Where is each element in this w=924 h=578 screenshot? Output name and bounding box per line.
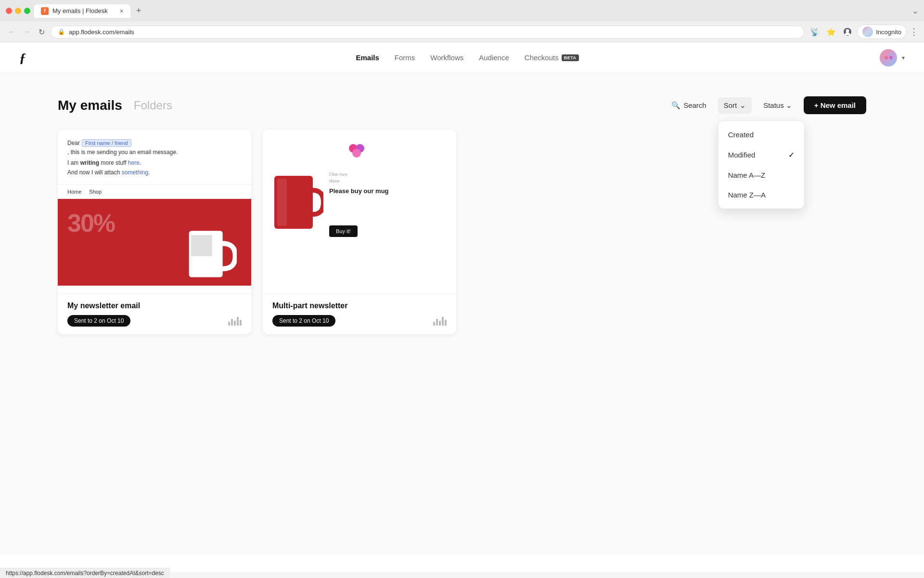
nav-item-checkouts[interactable]: Checkouts BETA	[525, 53, 579, 62]
status-label: Status	[763, 101, 784, 109]
card2-status-row: Sent to 2 on Oct 10	[272, 315, 447, 327]
header-actions: 🔍 Search Sort ⌄ Created Mo	[666, 96, 866, 114]
card2-product-section: One two three Please buy our mug Buy it!	[263, 167, 456, 241]
maximize-window-dot[interactable]	[24, 8, 30, 14]
card2-stats-icon	[433, 316, 447, 326]
minimize-window-dot[interactable]	[15, 8, 21, 14]
sort-dropdown: Created Modified ✓ Name A—Z Name Z—A	[718, 120, 805, 209]
search-icon: 🔍	[671, 101, 680, 110]
browser-status: https://app.flodesk.com/emails?orderBy=c…	[0, 568, 170, 578]
cast-icon[interactable]: 📡	[808, 25, 821, 39]
sort-button[interactable]: Sort ⌄	[718, 97, 752, 114]
sort-option-created[interactable]: Created	[719, 125, 804, 144]
nav-item-audience[interactable]: Audience	[479, 53, 509, 62]
user-menu-chevron: ▾	[902, 54, 905, 61]
card2-mug-container	[270, 171, 323, 234]
forward-button[interactable]: →	[21, 26, 33, 38]
card1-footer: My newsletter email Sent to 2 on Oct 10	[58, 293, 251, 334]
svg-point-1	[846, 29, 849, 33]
lock-icon: 🔒	[58, 28, 65, 35]
card2-sent-badge: Sent to 2 on Oct 10	[272, 315, 335, 327]
nav-item-workflows[interactable]: Workflows	[430, 53, 463, 62]
search-button[interactable]: 🔍 Search	[666, 97, 712, 114]
search-label: Search	[683, 101, 706, 109]
main-content: My emails Folders 🔍 Search Sort ⌄	[0, 73, 924, 555]
card1-mug-svg	[179, 218, 237, 286]
tab-title: My emails | Flodesk	[52, 7, 108, 14]
browser-actions: 📡 ⭐ Incognito ⋮	[808, 25, 918, 39]
card1-salutation: Dear First name / friend , this is me se…	[67, 139, 242, 156]
address-bar[interactable]: 🔒 app.flodesk.com/emails	[51, 26, 804, 39]
card2-mug-svg	[270, 171, 323, 234]
sort-label: Sort	[724, 101, 737, 109]
back-button[interactable]: ←	[6, 26, 17, 38]
browser-titlebar: f My emails | Flodesk × + ⌄	[0, 0, 924, 22]
page-title: My emails	[58, 98, 122, 113]
buy-button[interactable]: Buy it!	[329, 225, 358, 237]
app-wrapper: ƒ Emails Forms Workflows Audience Checko…	[0, 42, 924, 572]
svg-rect-3	[191, 235, 212, 256]
card1-body: I am writing more stuff here.	[67, 159, 242, 166]
email-card-1[interactable]: Dear First name / friend , this is me se…	[58, 130, 251, 334]
folders-link[interactable]: Folders	[134, 99, 172, 112]
tab-favicon: f	[41, 7, 49, 15]
card1-image-section: 30%	[58, 199, 251, 286]
expand-icon: ⌄	[912, 6, 918, 15]
incognito-label: Incognito	[876, 28, 901, 36]
status-button[interactable]: Status ⌄	[757, 97, 798, 114]
card1-status-row: Sent to 2 on Oct 10	[67, 315, 242, 327]
browser-dots	[6, 8, 30, 14]
address-text: app.flodesk.com/emails	[69, 28, 134, 36]
card2-product-text: One two three Please buy our mug Buy it!	[329, 171, 449, 237]
sort-check-icon: ✓	[788, 150, 795, 159]
status-chevron-icon: ⌄	[786, 101, 792, 110]
sort-option-name-za[interactable]: Name Z—A	[719, 185, 804, 205]
card2-title: Multi-part newsletter	[272, 302, 447, 310]
app-nav: Emails Forms Workflows Audience Checkout…	[55, 53, 880, 62]
sort-option-modified[interactable]: Modified ✓	[719, 144, 804, 165]
page-title-section: My emails Folders	[58, 98, 172, 113]
card2-footer: Multi-part newsletter Sent to 2 on Oct 1…	[263, 293, 456, 334]
card2-preview: One two three Please buy our mug Buy it!	[263, 130, 456, 293]
card1-nav: Home Shop	[58, 184, 251, 199]
browser-tabs: f My emails | Flodesk × +	[34, 4, 908, 18]
bookmark-icon[interactable]: ⭐	[824, 25, 838, 39]
card1-percent-text: 30%	[67, 209, 115, 237]
active-browser-tab[interactable]: f My emails | Flodesk ×	[34, 4, 130, 18]
browser-more-icon[interactable]: ⋮	[910, 26, 918, 37]
sort-container: Sort ⌄ Created Modified ✓ Name A—Z	[718, 97, 752, 114]
browser-addressbar: ← → ↻ 🔒 app.flodesk.com/emails 📡 ⭐ Incog…	[0, 22, 924, 42]
nav-item-forms[interactable]: Forms	[395, 53, 415, 62]
status-url-text: https://app.flodesk.com/emails?orderBy=c…	[6, 570, 164, 577]
flodesk-logo-mini	[349, 144, 370, 159]
incognito-button[interactable]: Incognito	[857, 25, 907, 39]
email-card-2[interactable]: One two three Please buy our mug Buy it!…	[263, 130, 456, 334]
browser-chrome: f My emails | Flodesk × + ⌄ ← → ↻ 🔒 app.…	[0, 0, 924, 42]
nav-item-emails[interactable]: Emails	[356, 53, 379, 62]
new-email-button[interactable]: + New email	[804, 96, 866, 114]
beta-badge: BETA	[562, 54, 579, 61]
tab-close-icon[interactable]: ×	[120, 7, 124, 15]
close-window-dot[interactable]	[6, 8, 12, 14]
new-email-label: + New email	[814, 101, 856, 109]
card1-preview: Dear First name / friend , this is me se…	[58, 130, 251, 293]
card1-text-section: Dear First name / friend , this is me se…	[58, 130, 251, 184]
card2-logo-section	[339, 130, 380, 167]
svg-rect-5	[277, 179, 287, 226]
app-logo[interactable]: ƒ	[19, 50, 26, 66]
user-avatar[interactable]	[880, 49, 897, 66]
card1-stats-icon	[228, 316, 242, 326]
card1-title: My newsletter email	[67, 302, 242, 310]
app-navbar: ƒ Emails Forms Workflows Audience Checko…	[0, 42, 924, 73]
firstname-tag: First name / friend	[82, 139, 131, 147]
card1-sent-badge: Sent to 2 on Oct 10	[67, 315, 130, 327]
refresh-button[interactable]: ↻	[37, 26, 47, 39]
sort-option-name-az[interactable]: Name A—Z	[719, 165, 804, 185]
new-tab-button[interactable]: +	[132, 4, 145, 18]
page-header: My emails Folders 🔍 Search Sort ⌄	[58, 96, 866, 114]
profile-icon[interactable]	[841, 25, 854, 39]
incognito-avatar	[862, 26, 873, 37]
sort-chevron-icon: ⌄	[740, 101, 746, 110]
user-section[interactable]: ▾	[880, 49, 905, 66]
